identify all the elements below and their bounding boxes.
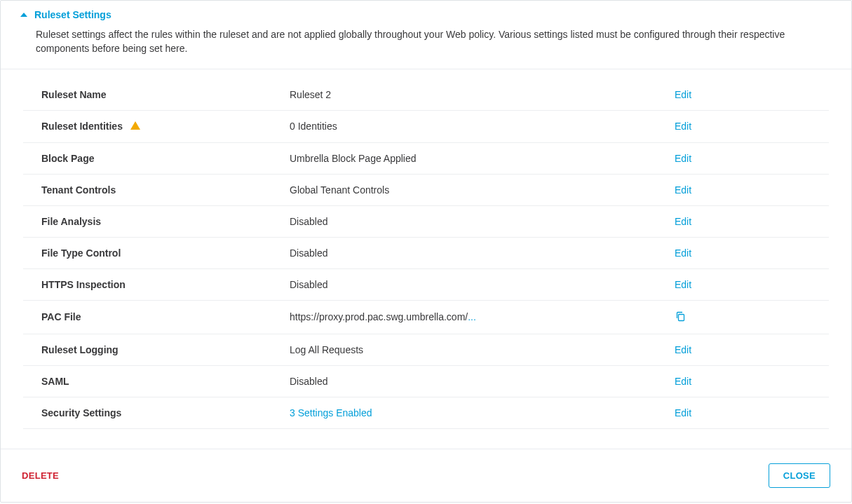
edit-security-settings[interactable]: Edit bbox=[675, 407, 691, 418]
svg-rect-1 bbox=[679, 314, 684, 320]
label-ruleset-logging: Ruleset Logging bbox=[23, 334, 290, 365]
panel-description: Ruleset settings affect the rules within… bbox=[1, 23, 851, 69]
value-file-type-control: Disabled bbox=[290, 237, 675, 268]
value-pac-file: https://proxy.prod.pac.swg.umbrella.com/… bbox=[290, 300, 675, 334]
panel-header[interactable]: Ruleset Settings bbox=[1, 1, 851, 23]
delete-button[interactable]: DELETE bbox=[22, 470, 59, 481]
edit-file-analysis[interactable]: Edit bbox=[675, 216, 691, 227]
label-file-analysis: File Analysis bbox=[23, 205, 290, 237]
label-ruleset-identities: Ruleset Identities bbox=[23, 110, 290, 142]
pac-url-ellipsis[interactable]: ... bbox=[468, 311, 476, 322]
label-ruleset-identities-text: Ruleset Identities bbox=[41, 121, 123, 132]
label-security-settings: Security Settings bbox=[23, 397, 290, 428]
label-pac-file: PAC File bbox=[23, 300, 290, 334]
edit-tenant-controls[interactable]: Edit bbox=[675, 184, 691, 196]
row-ruleset-name: Ruleset Name Ruleset 2 Edit bbox=[23, 69, 829, 111]
value-ruleset-logging: Log All Requests bbox=[290, 334, 675, 365]
row-tenant-controls: Tenant Controls Global Tenant Controls E… bbox=[23, 174, 829, 205]
row-ruleset-identities: Ruleset Identities 0 Identities Edit bbox=[23, 110, 829, 142]
settings-table: Ruleset Name Ruleset 2 Edit Ruleset Iden… bbox=[23, 69, 829, 429]
value-ruleset-name: Ruleset 2 bbox=[290, 69, 675, 111]
label-block-page: Block Page bbox=[23, 142, 290, 174]
panel-body: Ruleset Name Ruleset 2 Edit Ruleset Iden… bbox=[1, 69, 851, 449]
value-file-analysis: Disabled bbox=[290, 205, 675, 237]
edit-ruleset-name[interactable]: Edit bbox=[675, 89, 691, 100]
value-https-inspection: Disabled bbox=[290, 268, 675, 300]
warning-icon bbox=[130, 121, 140, 132]
label-https-inspection: HTTPS Inspection bbox=[23, 268, 290, 300]
pac-url-text: https://proxy.prod.pac.swg.umbrella.com/ bbox=[290, 311, 468, 322]
caret-up-icon bbox=[20, 13, 27, 17]
row-file-type-control: File Type Control Disabled Edit bbox=[23, 237, 829, 268]
value-tenant-controls: Global Tenant Controls bbox=[290, 174, 675, 205]
edit-file-type-control[interactable]: Edit bbox=[675, 247, 691, 259]
value-security-settings[interactable]: 3 Settings Enabled bbox=[290, 407, 372, 418]
svg-marker-0 bbox=[130, 121, 140, 130]
ruleset-settings-panel: Ruleset Settings Ruleset settings affect… bbox=[0, 0, 852, 503]
edit-block-page[interactable]: Edit bbox=[675, 153, 691, 164]
row-ruleset-logging: Ruleset Logging Log All Requests Edit bbox=[23, 334, 829, 365]
row-saml: SAML Disabled Edit bbox=[23, 365, 829, 397]
edit-saml[interactable]: Edit bbox=[675, 376, 691, 387]
row-pac-file: PAC File https://proxy.prod.pac.swg.umbr… bbox=[23, 300, 829, 334]
edit-ruleset-identities[interactable]: Edit bbox=[675, 121, 691, 132]
row-security-settings: Security Settings 3 Settings Enabled Edi… bbox=[23, 397, 829, 428]
label-file-type-control: File Type Control bbox=[23, 237, 290, 268]
row-https-inspection: HTTPS Inspection Disabled Edit bbox=[23, 268, 829, 300]
value-ruleset-identities: 0 Identities bbox=[290, 110, 675, 142]
edit-https-inspection[interactable]: Edit bbox=[675, 279, 691, 290]
edit-ruleset-logging[interactable]: Edit bbox=[675, 344, 691, 355]
row-file-analysis: File Analysis Disabled Edit bbox=[23, 205, 829, 237]
copy-icon[interactable] bbox=[675, 311, 686, 324]
panel-title: Ruleset Settings bbox=[34, 9, 111, 20]
value-block-page: Umbrella Block Page Applied bbox=[290, 142, 675, 174]
row-block-page: Block Page Umbrella Block Page Applied E… bbox=[23, 142, 829, 174]
label-ruleset-name: Ruleset Name bbox=[23, 69, 290, 111]
value-saml: Disabled bbox=[290, 365, 675, 397]
close-button[interactable]: CLOSE bbox=[769, 463, 830, 488]
label-tenant-controls: Tenant Controls bbox=[23, 174, 290, 205]
panel-footer: DELETE CLOSE bbox=[1, 449, 851, 502]
label-saml: SAML bbox=[23, 365, 290, 397]
